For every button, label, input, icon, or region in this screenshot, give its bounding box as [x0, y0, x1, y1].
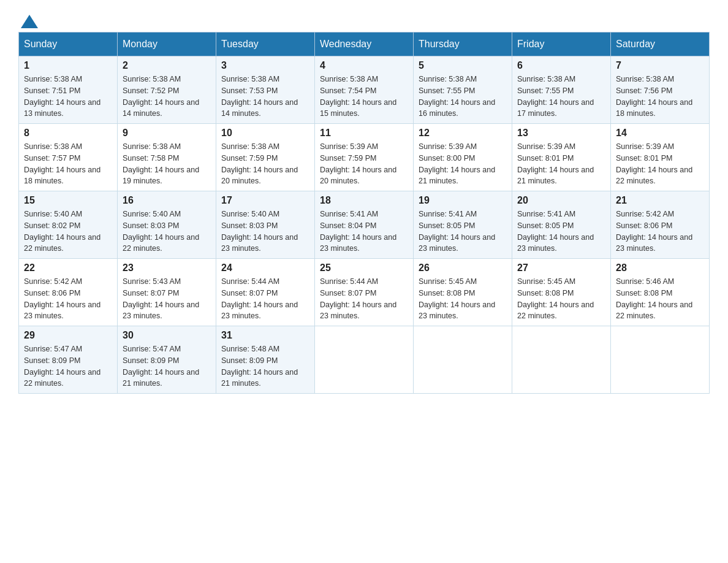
- calendar-cell: 11 Sunrise: 5:39 AMSunset: 7:59 PMDaylig…: [315, 124, 414, 191]
- calendar-cell: 26 Sunrise: 5:45 AMSunset: 8:08 PMDaylig…: [414, 259, 512, 326]
- day-info: Sunrise: 5:46 AMSunset: 8:08 PMDaylight:…: [616, 276, 704, 322]
- calendar-week-row: 1 Sunrise: 5:38 AMSunset: 7:51 PMDayligh…: [19, 56, 710, 124]
- calendar-cell: 6 Sunrise: 5:38 AMSunset: 7:55 PMDayligh…: [512, 56, 611, 124]
- calendar-cell: 23 Sunrise: 5:43 AMSunset: 8:07 PMDaylig…: [118, 259, 216, 326]
- day-number: 23: [123, 262, 211, 274]
- calendar-cell: 7 Sunrise: 5:38 AMSunset: 7:56 PMDayligh…: [611, 56, 710, 124]
- calendar-cell: 29 Sunrise: 5:47 AMSunset: 8:09 PMDaylig…: [19, 326, 118, 394]
- day-info: Sunrise: 5:38 AMSunset: 7:55 PMDaylight:…: [517, 74, 605, 120]
- day-info: Sunrise: 5:45 AMSunset: 8:08 PMDaylight:…: [419, 276, 507, 322]
- calendar-body: 1 Sunrise: 5:38 AMSunset: 7:51 PMDayligh…: [19, 56, 710, 394]
- weekday-header-friday: Friday: [512, 33, 611, 56]
- day-info: Sunrise: 5:41 AMSunset: 8:05 PMDaylight:…: [517, 209, 605, 255]
- calendar-cell: 21 Sunrise: 5:42 AMSunset: 8:06 PMDaylig…: [611, 191, 710, 259]
- logo: [18, 12, 38, 26]
- day-info: Sunrise: 5:40 AMSunset: 8:02 PMDaylight:…: [24, 209, 112, 255]
- day-number: 16: [123, 195, 211, 206]
- calendar-cell: 16 Sunrise: 5:40 AMSunset: 8:03 PMDaylig…: [118, 191, 216, 259]
- calendar-cell: 20 Sunrise: 5:41 AMSunset: 8:05 PMDaylig…: [512, 191, 611, 259]
- calendar-cell: 14 Sunrise: 5:39 AMSunset: 8:01 PMDaylig…: [611, 124, 710, 191]
- calendar-cell: 4 Sunrise: 5:38 AMSunset: 7:54 PMDayligh…: [315, 56, 414, 124]
- day-number: 13: [517, 128, 605, 139]
- calendar-cell: [315, 326, 414, 394]
- weekday-header-row: SundayMondayTuesdayWednesdayThursdayFrid…: [19, 33, 710, 56]
- weekday-header-thursday: Thursday: [414, 33, 512, 56]
- day-number: 11: [320, 128, 408, 139]
- calendar-cell: 18 Sunrise: 5:41 AMSunset: 8:04 PMDaylig…: [315, 191, 414, 259]
- calendar-cell: 12 Sunrise: 5:39 AMSunset: 8:00 PMDaylig…: [414, 124, 512, 191]
- day-info: Sunrise: 5:38 AMSunset: 7:54 PMDaylight:…: [320, 74, 408, 120]
- weekday-header-wednesday: Wednesday: [315, 33, 414, 56]
- day-info: Sunrise: 5:40 AMSunset: 8:03 PMDaylight:…: [221, 209, 309, 255]
- calendar-cell: 25 Sunrise: 5:44 AMSunset: 8:07 PMDaylig…: [315, 259, 414, 326]
- day-number: 10: [221, 128, 309, 139]
- calendar-cell: 17 Sunrise: 5:40 AMSunset: 8:03 PMDaylig…: [216, 191, 315, 259]
- day-info: Sunrise: 5:47 AMSunset: 8:09 PMDaylight:…: [123, 343, 211, 389]
- calendar-cell: 30 Sunrise: 5:47 AMSunset: 8:09 PMDaylig…: [118, 326, 216, 394]
- day-number: 31: [221, 330, 309, 341]
- day-info: Sunrise: 5:39 AMSunset: 7:59 PMDaylight:…: [320, 141, 408, 187]
- calendar-week-row: 8 Sunrise: 5:38 AMSunset: 7:57 PMDayligh…: [19, 124, 710, 191]
- day-number: 6: [517, 60, 605, 71]
- day-number: 4: [320, 60, 408, 71]
- day-info: Sunrise: 5:38 AMSunset: 7:51 PMDaylight:…: [24, 74, 112, 120]
- day-number: 27: [517, 262, 605, 274]
- calendar-cell: 2 Sunrise: 5:38 AMSunset: 7:52 PMDayligh…: [118, 56, 216, 124]
- day-info: Sunrise: 5:39 AMSunset: 8:01 PMDaylight:…: [616, 141, 704, 187]
- day-number: 25: [320, 262, 408, 274]
- calendar-table: SundayMondayTuesdayWednesdayThursdayFrid…: [18, 32, 710, 394]
- day-number: 2: [123, 60, 211, 71]
- calendar-cell: [414, 326, 512, 394]
- day-number: 26: [419, 262, 507, 274]
- calendar-cell: 27 Sunrise: 5:45 AMSunset: 8:08 PMDaylig…: [512, 259, 611, 326]
- day-number: 19: [419, 195, 507, 206]
- calendar-cell: 24 Sunrise: 5:44 AMSunset: 8:07 PMDaylig…: [216, 259, 315, 326]
- day-number: 28: [616, 262, 704, 274]
- calendar-cell: 5 Sunrise: 5:38 AMSunset: 7:55 PMDayligh…: [414, 56, 512, 124]
- day-info: Sunrise: 5:41 AMSunset: 8:04 PMDaylight:…: [320, 209, 408, 255]
- day-info: Sunrise: 5:44 AMSunset: 8:07 PMDaylight:…: [221, 276, 309, 322]
- calendar-week-row: 22 Sunrise: 5:42 AMSunset: 8:06 PMDaylig…: [19, 259, 710, 326]
- day-number: 29: [24, 330, 112, 341]
- day-info: Sunrise: 5:38 AMSunset: 7:55 PMDaylight:…: [419, 74, 507, 120]
- day-number: 7: [616, 60, 704, 71]
- day-number: 3: [221, 60, 309, 71]
- day-number: 24: [221, 262, 309, 274]
- calendar-cell: 22 Sunrise: 5:42 AMSunset: 8:06 PMDaylig…: [19, 259, 118, 326]
- calendar-cell: 1 Sunrise: 5:38 AMSunset: 7:51 PMDayligh…: [19, 56, 118, 124]
- calendar-cell: 8 Sunrise: 5:38 AMSunset: 7:57 PMDayligh…: [19, 124, 118, 191]
- weekday-header-monday: Monday: [118, 33, 216, 56]
- day-info: Sunrise: 5:43 AMSunset: 8:07 PMDaylight:…: [123, 276, 211, 322]
- day-number: 8: [24, 128, 112, 139]
- calendar-cell: 3 Sunrise: 5:38 AMSunset: 7:53 PMDayligh…: [216, 56, 315, 124]
- day-info: Sunrise: 5:38 AMSunset: 7:52 PMDaylight:…: [123, 74, 211, 120]
- day-number: 9: [123, 128, 211, 139]
- day-info: Sunrise: 5:40 AMSunset: 8:03 PMDaylight:…: [123, 209, 211, 255]
- day-info: Sunrise: 5:45 AMSunset: 8:08 PMDaylight:…: [517, 276, 605, 322]
- day-info: Sunrise: 5:39 AMSunset: 8:00 PMDaylight:…: [419, 141, 507, 187]
- day-info: Sunrise: 5:47 AMSunset: 8:09 PMDaylight:…: [24, 343, 112, 389]
- calendar-cell: 19 Sunrise: 5:41 AMSunset: 8:05 PMDaylig…: [414, 191, 512, 259]
- day-number: 15: [24, 195, 112, 206]
- day-number: 12: [419, 128, 507, 139]
- calendar-cell: 15 Sunrise: 5:40 AMSunset: 8:02 PMDaylig…: [19, 191, 118, 259]
- weekday-header-saturday: Saturday: [611, 33, 710, 56]
- day-number: 30: [123, 330, 211, 341]
- day-info: Sunrise: 5:38 AMSunset: 7:53 PMDaylight:…: [221, 74, 309, 120]
- day-number: 20: [517, 195, 605, 206]
- weekday-header-sunday: Sunday: [19, 33, 118, 56]
- day-number: 18: [320, 195, 408, 206]
- day-info: Sunrise: 5:41 AMSunset: 8:05 PMDaylight:…: [419, 209, 507, 255]
- day-number: 17: [221, 195, 309, 206]
- day-info: Sunrise: 5:38 AMSunset: 7:58 PMDaylight:…: [123, 141, 211, 187]
- day-number: 1: [24, 60, 112, 71]
- day-info: Sunrise: 5:42 AMSunset: 8:06 PMDaylight:…: [616, 209, 704, 255]
- calendar-week-row: 15 Sunrise: 5:40 AMSunset: 8:02 PMDaylig…: [19, 191, 710, 259]
- calendar-cell: 9 Sunrise: 5:38 AMSunset: 7:58 PMDayligh…: [118, 124, 216, 191]
- day-number: 21: [616, 195, 704, 206]
- calendar-cell: [512, 326, 611, 394]
- day-number: 14: [616, 128, 704, 139]
- calendar-cell: 10 Sunrise: 5:38 AMSunset: 7:59 PMDaylig…: [216, 124, 315, 191]
- calendar-week-row: 29 Sunrise: 5:47 AMSunset: 8:09 PMDaylig…: [19, 326, 710, 394]
- day-info: Sunrise: 5:48 AMSunset: 8:09 PMDaylight:…: [221, 343, 309, 389]
